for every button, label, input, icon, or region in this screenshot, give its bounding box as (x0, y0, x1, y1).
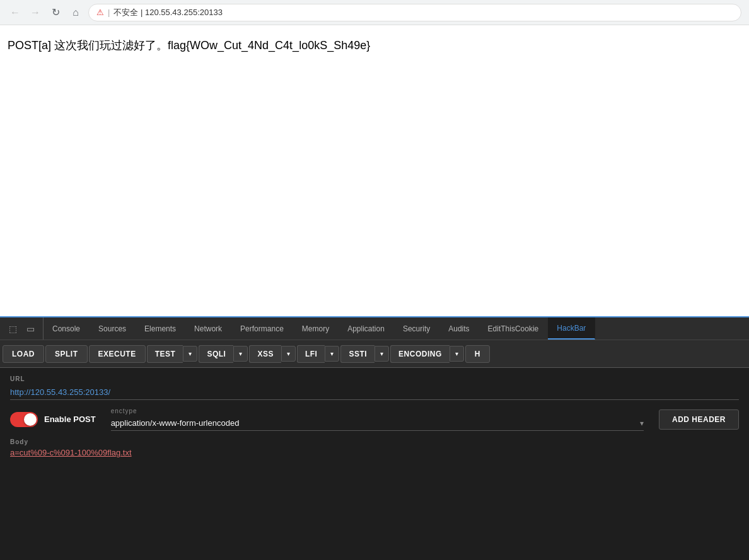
enctype-dropdown-arrow: ▾ (640, 419, 644, 428)
encoding-dropdown[interactable]: ENCODING ▾ (390, 345, 464, 363)
lfi-dropdown[interactable]: LFI ▾ (297, 345, 340, 363)
reload-button[interactable]: ↻ (48, 5, 63, 20)
tab-performance[interactable]: Performance (231, 317, 293, 340)
device-icon[interactable]: ▭ (23, 321, 38, 336)
encoding-button[interactable]: ENCODING (390, 345, 450, 363)
enable-post-label: Enable POST (44, 414, 96, 424)
encoding-dropdown-arrow[interactable]: ▾ (450, 346, 464, 362)
load-button[interactable]: LOAD (3, 345, 44, 363)
tab-elements[interactable]: Elements (136, 317, 185, 340)
split-button[interactable]: SPLIT (45, 345, 88, 363)
test-dropdown[interactable]: TEST ▾ (147, 345, 198, 363)
url-display: 不安全 | 120.55.43.255:20133 (113, 7, 223, 18)
sqli-dropdown-arrow[interactable]: ▾ (233, 346, 248, 362)
ssti-dropdown-arrow[interactable]: ▾ (374, 346, 389, 362)
enctype-select[interactable]: application/x-www-form-urlencoded (111, 416, 640, 430)
tab-audits[interactable]: Audits (439, 317, 479, 340)
tab-sources[interactable]: Sources (90, 317, 136, 340)
xss-dropdown[interactable]: XSS ▾ (249, 345, 296, 363)
url-input[interactable] (10, 385, 739, 400)
ssti-dropdown[interactable]: SSTI ▾ (340, 345, 389, 363)
url-label: URL (10, 375, 739, 382)
add-header-button[interactable]: ADD HEADER (659, 409, 739, 430)
tab-hackbar[interactable]: HackBar (548, 317, 595, 340)
forward-button[interactable]: → (28, 5, 43, 20)
test-button[interactable]: TEST (147, 345, 183, 363)
ssti-button[interactable]: SSTI (340, 345, 374, 363)
toggle-knob (24, 413, 37, 426)
lfi-button[interactable]: LFI (297, 345, 325, 363)
tab-console[interactable]: Console (44, 317, 90, 340)
security-icon: ⚠ (96, 8, 104, 17)
sqli-dropdown[interactable]: SQLI ▾ (199, 345, 248, 363)
address-bar[interactable]: ⚠ | 不安全 | 120.55.43.255:20133 (88, 4, 741, 21)
enctype-label: enctype (111, 408, 644, 414)
hackbar-toolbar: LOAD SPLIT EXECUTE TEST ▾ SQLI ▾ XSS ▾ L… (0, 340, 749, 368)
body-label: Body (10, 438, 739, 445)
sqli-button[interactable]: SQLI (199, 345, 233, 363)
lfi-dropdown-arrow[interactable]: ▾ (325, 346, 339, 362)
tab-security[interactable]: Security (394, 317, 439, 340)
url-section: URL (10, 375, 739, 400)
devtools-tab-bar: ⬚ ▭ Console Sources Elements Network Per… (0, 317, 749, 340)
xss-dropdown-arrow[interactable]: ▾ (281, 346, 296, 362)
back-button[interactable]: ← (8, 5, 23, 20)
devtools-icon-group: ⬚ ▭ (0, 317, 44, 340)
browser-chrome: ← → ↻ ⌂ ⚠ | 不安全 | 120.55.43.255:20133 (0, 0, 749, 25)
enctype-section: enctype application/x-www-form-urlencode… (111, 408, 644, 431)
tab-network[interactable]: Network (185, 317, 231, 340)
test-dropdown-arrow[interactable]: ▾ (183, 346, 197, 362)
body-value: a=cut%09-c%091-100%09flag.txt (10, 448, 739, 457)
devtools-panel: ⬚ ▭ Console Sources Elements Network Per… (0, 316, 749, 560)
tab-application[interactable]: Application (339, 317, 394, 340)
page-content: POST[a] 这次我们玩过滤好了。flag{WOw_Cut_4Nd_C4t_l… (0, 25, 749, 316)
hackbar-body: URL Enable POST enctype application/x-ww… (0, 368, 749, 560)
xss-button[interactable]: XSS (249, 345, 281, 363)
execute-button[interactable]: EXECUTE (89, 345, 146, 363)
enctype-row: application/x-www-form-urlencoded ▾ (111, 416, 644, 431)
page-text: POST[a] 这次我们玩过滤好了。flag{WOw_Cut_4Nd_C4t_l… (8, 39, 370, 52)
tab-editthiscookie[interactable]: EditThisCookie (479, 317, 549, 340)
body-section: Body a=cut%09-c%091-100%09flag.txt (10, 438, 739, 457)
options-row: Enable POST enctype application/x-www-fo… (10, 408, 739, 431)
enable-post-toggle[interactable] (10, 412, 38, 427)
tab-memory[interactable]: Memory (293, 317, 339, 340)
h-button[interactable]: H (465, 345, 490, 363)
home-button[interactable]: ⌂ (68, 5, 83, 20)
cursor-icon[interactable]: ⬚ (5, 321, 20, 336)
enable-post-group: Enable POST (10, 412, 96, 427)
